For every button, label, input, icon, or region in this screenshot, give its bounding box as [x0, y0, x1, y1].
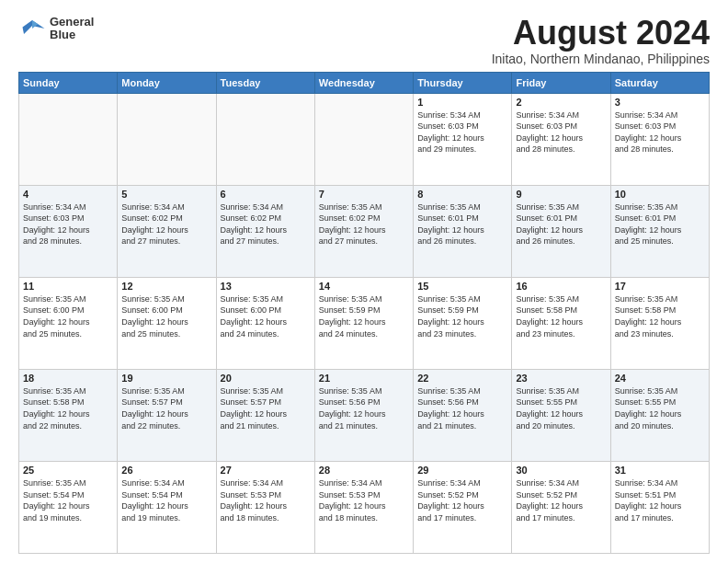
day-number: 12 — [121, 281, 211, 292]
day-info: Sunrise: 5:34 AM Sunset: 5:52 PM Dayligh… — [417, 477, 507, 523]
day-info: Sunrise: 5:35 AM Sunset: 5:55 PM Dayligh… — [516, 385, 606, 431]
calendar-cell: 2Sunrise: 5:34 AM Sunset: 6:03 PM Daylig… — [512, 93, 610, 185]
day-info: Sunrise: 5:34 AM Sunset: 5:52 PM Dayligh… — [516, 477, 606, 523]
calendar-cell: 3Sunrise: 5:34 AM Sunset: 6:03 PM Daylig… — [610, 93, 709, 185]
day-info: Sunrise: 5:35 AM Sunset: 5:58 PM Dayligh… — [516, 293, 606, 339]
calendar-cell: 4Sunrise: 5:34 AM Sunset: 6:03 PM Daylig… — [19, 185, 118, 277]
calendar-cell: 24Sunrise: 5:35 AM Sunset: 5:55 PM Dayli… — [610, 369, 709, 461]
day-info: Sunrise: 5:35 AM Sunset: 5:56 PM Dayligh… — [417, 385, 507, 431]
weekday-header: Monday — [118, 72, 216, 93]
day-number: 30 — [516, 465, 606, 476]
calendar-cell: 26Sunrise: 5:34 AM Sunset: 5:54 PM Dayli… — [118, 461, 216, 553]
day-info: Sunrise: 5:35 AM Sunset: 6:00 PM Dayligh… — [221, 293, 311, 339]
day-number: 19 — [121, 373, 211, 384]
day-info: Sunrise: 5:34 AM Sunset: 6:03 PM Dayligh… — [516, 109, 606, 155]
day-number: 16 — [516, 281, 606, 292]
day-number: 10 — [615, 189, 705, 200]
calendar-cell: 14Sunrise: 5:35 AM Sunset: 5:59 PM Dayli… — [314, 277, 413, 369]
calendar-cell: 7Sunrise: 5:35 AM Sunset: 6:02 PM Daylig… — [314, 185, 413, 277]
calendar-week-row: 25Sunrise: 5:35 AM Sunset: 5:54 PM Dayli… — [19, 461, 710, 553]
day-number: 25 — [23, 465, 113, 476]
logo-line1: General — [50, 16, 94, 29]
calendar-cell: 30Sunrise: 5:34 AM Sunset: 5:52 PM Dayli… — [512, 461, 610, 553]
calendar-cell — [19, 93, 118, 185]
day-number: 4 — [23, 189, 113, 200]
calendar-header-row: SundayMondayTuesdayWednesdayThursdayFrid… — [19, 72, 710, 93]
calendar-cell — [314, 93, 413, 185]
calendar-cell: 6Sunrise: 5:34 AM Sunset: 6:02 PM Daylig… — [216, 185, 314, 277]
day-number: 6 — [221, 189, 311, 200]
calendar-cell: 28Sunrise: 5:34 AM Sunset: 5:53 PM Dayli… — [314, 461, 413, 553]
calendar-cell: 19Sunrise: 5:35 AM Sunset: 5:57 PM Dayli… — [118, 369, 216, 461]
day-info: Sunrise: 5:34 AM Sunset: 5:53 PM Dayligh… — [319, 477, 409, 523]
logo: General Blue — [18, 15, 94, 42]
header: General Blue August 2024 Initao, Norther… — [18, 15, 710, 66]
day-number: 31 — [615, 465, 705, 476]
day-number: 2 — [516, 97, 606, 108]
subtitle: Initao, Northern Mindanao, Philippines — [492, 52, 710, 66]
day-info: Sunrise: 5:35 AM Sunset: 5:55 PM Dayligh… — [615, 385, 705, 431]
day-info: Sunrise: 5:35 AM Sunset: 6:01 PM Dayligh… — [417, 201, 507, 247]
day-info: Sunrise: 5:34 AM Sunset: 6:02 PM Dayligh… — [221, 201, 311, 247]
day-info: Sunrise: 5:35 AM Sunset: 5:58 PM Dayligh… — [615, 293, 705, 339]
calendar-week-row: 11Sunrise: 5:35 AM Sunset: 6:00 PM Dayli… — [19, 277, 710, 369]
day-info: Sunrise: 5:34 AM Sunset: 5:53 PM Dayligh… — [221, 477, 311, 523]
calendar-cell: 17Sunrise: 5:35 AM Sunset: 5:58 PM Dayli… — [610, 277, 709, 369]
day-number: 9 — [516, 189, 606, 200]
calendar-cell: 1Sunrise: 5:34 AM Sunset: 6:03 PM Daylig… — [414, 93, 512, 185]
calendar-cell: 25Sunrise: 5:35 AM Sunset: 5:54 PM Dayli… — [19, 461, 118, 553]
day-number: 14 — [319, 281, 409, 292]
day-number: 28 — [319, 465, 409, 476]
title-block: August 2024 Initao, Northern Mindanao, P… — [492, 15, 710, 66]
day-number: 29 — [417, 465, 507, 476]
calendar-week-row: 1Sunrise: 5:34 AM Sunset: 6:03 PM Daylig… — [19, 93, 710, 185]
calendar-cell: 11Sunrise: 5:35 AM Sunset: 6:00 PM Dayli… — [19, 277, 118, 369]
day-info: Sunrise: 5:35 AM Sunset: 6:01 PM Dayligh… — [516, 201, 606, 247]
calendar-cell — [216, 93, 314, 185]
calendar-cell: 16Sunrise: 5:35 AM Sunset: 5:58 PM Dayli… — [512, 277, 610, 369]
day-number: 21 — [319, 373, 409, 384]
day-info: Sunrise: 5:35 AM Sunset: 6:01 PM Dayligh… — [615, 201, 705, 247]
calendar-table: SundayMondayTuesdayWednesdayThursdayFrid… — [18, 72, 710, 554]
day-info: Sunrise: 5:34 AM Sunset: 5:51 PM Dayligh… — [615, 477, 705, 523]
day-number: 5 — [121, 189, 211, 200]
calendar-cell: 27Sunrise: 5:34 AM Sunset: 5:53 PM Dayli… — [216, 461, 314, 553]
day-number: 3 — [615, 97, 705, 108]
day-number: 18 — [23, 373, 113, 384]
calendar-week-row: 4Sunrise: 5:34 AM Sunset: 6:03 PM Daylig… — [19, 185, 710, 277]
weekday-header: Sunday — [19, 72, 118, 93]
logo-icon — [18, 15, 46, 42]
day-number: 13 — [221, 281, 311, 292]
calendar-cell: 29Sunrise: 5:34 AM Sunset: 5:52 PM Dayli… — [414, 461, 512, 553]
day-info: Sunrise: 5:34 AM Sunset: 6:02 PM Dayligh… — [121, 201, 211, 247]
day-info: Sunrise: 5:35 AM Sunset: 5:54 PM Dayligh… — [23, 477, 113, 523]
logo-text: General Blue — [50, 16, 94, 42]
day-number: 20 — [221, 373, 311, 384]
calendar-cell: 12Sunrise: 5:35 AM Sunset: 6:00 PM Dayli… — [118, 277, 216, 369]
calendar-week-row: 18Sunrise: 5:35 AM Sunset: 5:58 PM Dayli… — [19, 369, 710, 461]
weekday-header: Tuesday — [216, 72, 314, 93]
calendar-cell: 15Sunrise: 5:35 AM Sunset: 5:59 PM Dayli… — [414, 277, 512, 369]
weekday-header: Saturday — [610, 72, 709, 93]
calendar-cell: 21Sunrise: 5:35 AM Sunset: 5:56 PM Dayli… — [314, 369, 413, 461]
day-info: Sunrise: 5:35 AM Sunset: 5:57 PM Dayligh… — [121, 385, 211, 431]
day-number: 15 — [417, 281, 507, 292]
day-number: 17 — [615, 281, 705, 292]
weekday-header: Friday — [512, 72, 610, 93]
day-info: Sunrise: 5:35 AM Sunset: 5:56 PM Dayligh… — [319, 385, 409, 431]
day-number: 27 — [221, 465, 311, 476]
day-info: Sunrise: 5:35 AM Sunset: 5:59 PM Dayligh… — [319, 293, 409, 339]
calendar-cell: 8Sunrise: 5:35 AM Sunset: 6:01 PM Daylig… — [414, 185, 512, 277]
calendar-cell: 10Sunrise: 5:35 AM Sunset: 6:01 PM Dayli… — [610, 185, 709, 277]
day-info: Sunrise: 5:34 AM Sunset: 6:03 PM Dayligh… — [417, 109, 507, 155]
calendar-cell: 5Sunrise: 5:34 AM Sunset: 6:02 PM Daylig… — [118, 185, 216, 277]
day-info: Sunrise: 5:34 AM Sunset: 6:03 PM Dayligh… — [615, 109, 705, 155]
day-number: 24 — [615, 373, 705, 384]
page: General Blue August 2024 Initao, Norther… — [0, 0, 728, 563]
day-info: Sunrise: 5:35 AM Sunset: 5:57 PM Dayligh… — [221, 385, 311, 431]
calendar-cell: 31Sunrise: 5:34 AM Sunset: 5:51 PM Dayli… — [610, 461, 709, 553]
day-number: 11 — [23, 281, 113, 292]
svg-marker-1 — [32, 20, 45, 29]
day-number: 23 — [516, 373, 606, 384]
day-info: Sunrise: 5:34 AM Sunset: 6:03 PM Dayligh… — [23, 201, 113, 247]
